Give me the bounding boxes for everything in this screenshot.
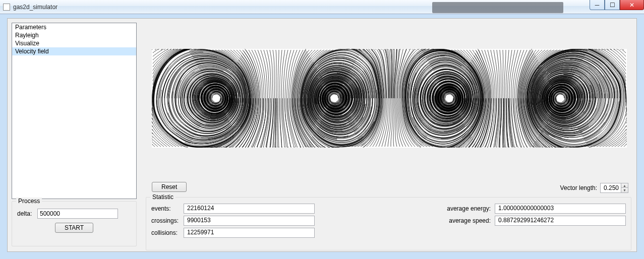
avg-energy-label: average energy: <box>446 205 495 212</box>
statistic-group-title: Statistic <box>150 193 175 201</box>
events-label: events: <box>151 205 184 212</box>
streamline-svg <box>152 49 627 148</box>
delta-input[interactable] <box>37 209 118 219</box>
crossings-value: 9900153 <box>184 216 315 226</box>
vector-length-label: Vector length: <box>560 184 597 191</box>
right-column: Reset Vector length: ▲ ▼ Statistic event… <box>144 23 632 247</box>
minimize-button[interactable]: ─ <box>590 0 605 10</box>
process-group: Process delta: START <box>12 201 137 246</box>
window-title: gas2d_simulator <box>13 4 57 11</box>
collisions-value: 12259971 <box>184 228 315 238</box>
avg-speed-value: 0.887292991246272 <box>495 216 626 226</box>
listitem-velocity-field[interactable]: Velocity field <box>12 47 136 55</box>
main-panel: Parameters Rayleigh Visualize Velocity f… <box>7 18 637 252</box>
listitem-rayleigh[interactable]: Rayleigh <box>12 31 136 39</box>
app-icon <box>3 4 10 11</box>
spinner-up-icon[interactable]: ▲ <box>621 183 628 188</box>
obscured-overlay <box>432 2 563 13</box>
statistic-group: Statistic events: 22160124 average energ… <box>146 197 631 250</box>
left-column: Parameters Rayleigh Visualize Velocity f… <box>12 23 137 246</box>
vector-length-spinner[interactable]: ▲ ▼ <box>600 183 628 193</box>
title-bar: gas2d_simulator ─ ☐ ✕ <box>0 0 644 14</box>
close-button[interactable]: ✕ <box>620 0 644 10</box>
start-button[interactable]: START <box>55 223 93 233</box>
avg-speed-label: average speed: <box>446 217 495 224</box>
velocity-field-canvas <box>152 49 627 148</box>
vector-length-input[interactable] <box>601 183 621 192</box>
vector-length-control: Vector length: ▲ ▼ <box>560 183 628 193</box>
collisions-label: collisions: <box>151 229 184 236</box>
window-buttons: ─ ☐ ✕ <box>590 0 644 10</box>
spinner-down-icon[interactable]: ▼ <box>621 188 628 192</box>
reset-button[interactable]: Reset <box>152 182 187 192</box>
process-group-title: Process <box>16 198 42 205</box>
crossings-label: crossings: <box>151 217 184 224</box>
delta-label: delta: <box>17 210 37 217</box>
maximize-button[interactable]: ☐ <box>605 0 620 10</box>
avg-energy-value: 1.000000000000003 <box>495 204 626 214</box>
nav-listbox[interactable]: Parameters Rayleigh Visualize Velocity f… <box>12 23 137 199</box>
listitem-visualize[interactable]: Visualize <box>12 39 136 47</box>
listitem-parameters[interactable]: Parameters <box>12 23 136 31</box>
events-value: 22160124 <box>184 204 315 214</box>
